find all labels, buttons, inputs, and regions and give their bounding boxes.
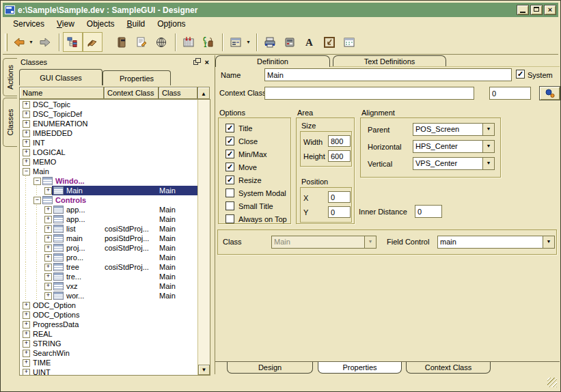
toolbar-drag-handle[interactable] [5, 33, 8, 51]
expand-toggle-icon[interactable]: + [44, 292, 52, 300]
expand-toggle-icon[interactable]: + [23, 149, 30, 156]
tree-row[interactable]: +ENUMERATION [20, 119, 198, 128]
expand-toggle-icon[interactable]: + [44, 206, 52, 214]
expand-toggle-icon[interactable]: − [23, 168, 30, 176]
expand-toggle-icon[interactable]: + [23, 158, 30, 166]
tree-row[interactable]: +mainposiStdProj...Main [20, 234, 198, 243]
table-import-icon[interactable] [179, 32, 199, 52]
checkbox-min-max[interactable]: ✓ [225, 150, 234, 158]
globe-icon[interactable] [152, 32, 172, 52]
expand-toggle-icon[interactable]: + [23, 101, 30, 109]
side-tab-actions[interactable]: Actions [3, 58, 17, 96]
column-header-class[interactable]: Class [159, 87, 197, 99]
inner-distance-input[interactable] [415, 205, 442, 218]
y-input[interactable] [328, 206, 351, 218]
tree-row[interactable]: +app...Main [20, 214, 198, 224]
tree-row[interactable]: −Main [20, 167, 198, 176]
forward-icon[interactable] [36, 32, 55, 52]
scroll-down-icon[interactable]: ▼ [198, 365, 210, 375]
checkbox-title[interactable]: ✓ [225, 124, 234, 132]
tree-row[interactable]: +LOGICAL [20, 148, 198, 157]
checkbox-close[interactable]: ✓ [225, 137, 234, 145]
expand-toggle-icon[interactable]: + [23, 321, 30, 328]
tree-row[interactable]: −Windo... [20, 176, 198, 186]
form-dropdown-icon[interactable]: ▼ [246, 40, 251, 44]
name-input[interactable] [264, 68, 512, 81]
tab-design[interactable]: Design [227, 362, 313, 374]
height-input[interactable] [328, 150, 351, 162]
eraser-icon[interactable] [83, 32, 102, 52]
class-instance-icon[interactable]: CI [199, 32, 219, 52]
tree-row[interactable]: +listcosiStdProj...Main [20, 224, 198, 234]
scroll-up-icon[interactable]: ▲ [197, 87, 210, 99]
tree-row[interactable]: +INT [20, 138, 198, 148]
expand-toggle-icon[interactable]: + [23, 302, 30, 309]
expand-toggle-icon[interactable]: + [23, 111, 30, 118]
context-class-picker-button[interactable] [539, 86, 560, 100]
menu-view[interactable]: View [51, 18, 81, 30]
tree-row[interactable]: +DSC_Topic [20, 100, 198, 109]
titlebar[interactable]: e:\Sample\Sample.dev : SampleGUI - Desig… [3, 3, 558, 17]
tree-row[interactable]: +ODC_Options [20, 310, 198, 320]
parent-combo[interactable]: POS_Screen▼ [413, 123, 495, 136]
tab-properties[interactable]: Properties [318, 362, 402, 374]
tree-scrollbar[interactable]: ▼ [197, 100, 210, 375]
expand-toggle-icon[interactable]: + [23, 331, 30, 338]
tree-row[interactable]: +TIME [20, 358, 198, 367]
browse-icon[interactable] [320, 32, 340, 52]
checkbox-small-title[interactable] [225, 201, 234, 210]
close-icon[interactable]: × [544, 5, 556, 15]
tree-row[interactable]: +treecosiStdProj...Main [20, 262, 198, 272]
tab-gui-classes[interactable]: GUI Classes [19, 69, 102, 85]
tree-row[interactable]: −Controls [20, 195, 198, 205]
close-panel-icon[interactable]: × [205, 59, 209, 66]
tree-row[interactable]: +ODC_Option [20, 300, 198, 310]
tab-properties[interactable]: Properties [102, 70, 171, 85]
expand-toggle-icon[interactable]: + [23, 130, 30, 137]
tree-row[interactable]: +ProgressData [20, 320, 198, 329]
minimize-icon[interactable] [517, 5, 529, 15]
x-input[interactable] [328, 191, 351, 203]
tree-row[interactable]: +DSC_TopicDef [20, 109, 198, 119]
checkbox-resize[interactable]: ✓ [225, 176, 234, 184]
vertical-combo[interactable]: VPS_Center▼ [413, 157, 495, 170]
width-input[interactable] [328, 135, 351, 147]
expand-toggle-icon[interactable]: + [44, 235, 52, 242]
tree-row[interactable]: +MEMO [20, 157, 198, 167]
tab-text-definitions[interactable]: Text Definitions [333, 55, 446, 66]
tree-row[interactable]: +STRING [20, 339, 198, 348]
tab-definition[interactable]: Definition [215, 55, 330, 67]
class-tree-icon[interactable] [63, 32, 83, 52]
expand-toggle-icon[interactable]: + [44, 273, 52, 281]
column-header-name[interactable]: Name [19, 87, 104, 99]
menu-services[interactable]: Services [7, 18, 51, 30]
form-select-icon[interactable] [226, 32, 246, 52]
expand-toggle-icon[interactable]: + [44, 254, 52, 262]
system-checkbox[interactable]: ✓ [516, 70, 525, 79]
expand-toggle-icon[interactable]: + [23, 120, 30, 128]
context-class-input[interactable] [264, 87, 474, 100]
float-panel-icon[interactable] [193, 58, 201, 66]
menu-objects[interactable]: Objects [81, 18, 121, 30]
expand-toggle-icon[interactable]: + [23, 359, 30, 367]
window-form-icon[interactable] [340, 32, 359, 52]
expand-toggle-icon[interactable]: + [44, 225, 52, 233]
side-tab-classes[interactable]: Classes [3, 98, 17, 147]
checkbox-always-on-top[interactable] [225, 214, 234, 223]
back-icon[interactable] [9, 32, 29, 52]
tree-row[interactable]: +SearchWin [20, 348, 198, 358]
print-icon[interactable] [260, 32, 280, 52]
chevron-down-icon[interactable]: ▼ [482, 124, 494, 135]
checkbox-move[interactable]: ✓ [225, 163, 234, 171]
maximize-icon[interactable] [530, 5, 543, 15]
print-setup-icon[interactable] [280, 32, 300, 52]
back-dropdown-icon[interactable]: ▼ [29, 40, 33, 44]
chevron-down-icon[interactable]: ▼ [543, 236, 554, 248]
menu-build[interactable]: Build [121, 18, 152, 30]
expand-toggle-icon[interactable]: + [44, 264, 52, 271]
chevron-down-icon[interactable]: ▼ [482, 141, 494, 152]
expand-toggle-icon[interactable]: + [23, 340, 30, 348]
expand-toggle-icon[interactable]: + [23, 311, 30, 319]
tree-row[interactable]: +proj...cosiStdProj...Main [20, 243, 198, 253]
expand-toggle-icon[interactable]: + [44, 244, 52, 252]
